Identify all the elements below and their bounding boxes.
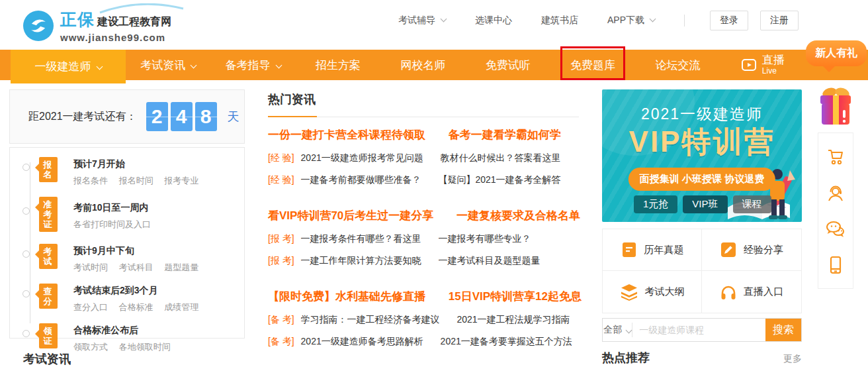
timeline-title[interactable]: 考试结束后2到3个月 bbox=[73, 284, 244, 297]
news-tag: [经 验] bbox=[268, 152, 294, 163]
countdown-unit: 天 bbox=[228, 109, 239, 125]
timeline-title[interactable]: 合格标准公布后 bbox=[73, 323, 244, 337]
timeline-link[interactable]: 报名条件 bbox=[73, 176, 108, 185]
news-tag: [经 验] bbox=[268, 174, 294, 185]
timeline-dot bbox=[22, 290, 30, 297]
cart-icon[interactable] bbox=[826, 148, 845, 166]
news-headline-link[interactable]: 15日VIP特训营享12起免息 bbox=[449, 290, 582, 303]
topnav-course-center[interactable]: 选课中心 bbox=[475, 15, 512, 26]
timeline-step-registration: 报名 预计7月开始 报名条件 报名时间 报考专业 bbox=[10, 157, 244, 187]
news-link[interactable]: 【疑问】2021一建备考全解答 bbox=[438, 174, 560, 185]
news-link[interactable]: 2021一级建造师报考常见问题 bbox=[301, 152, 423, 163]
timeline-link[interactable]: 考试科目 bbox=[119, 262, 153, 272]
layers-icon bbox=[620, 284, 638, 301]
news-link[interactable]: 2021一级建造师备考思路解析 bbox=[301, 336, 423, 346]
main-navbar: 一级建造师 考试资讯 备考指导 招生方案 网校名师 免费试听 免费题库 论坛交流 bbox=[0, 50, 868, 80]
chevron-down-icon bbox=[275, 62, 282, 68]
topnav-app-download[interactable]: APP下载 bbox=[607, 15, 655, 26]
nav-item-live[interactable]: 直播 Live bbox=[720, 50, 805, 80]
vip-training-camp-banner[interactable]: 2021一级建造师 VIP特训营 面授集训 小班授课 协议退费 1元抢 VIP班… bbox=[602, 89, 802, 222]
news-group: 看VIP特训营70后考生过一建分享 一建复核要求及合格名单 [报 考] 一建报考… bbox=[268, 208, 579, 267]
chevron-down-icon bbox=[441, 16, 447, 23]
timeline-title[interactable]: 预计9月中下旬 bbox=[73, 244, 244, 257]
nav-item-enrollment-plan[interactable]: 招生方案 bbox=[296, 50, 380, 80]
nav-item-forum[interactable]: 论坛交流 bbox=[635, 50, 720, 80]
news-link[interactable]: 一建工作年限计算方法要知晓 bbox=[301, 255, 421, 266]
timeline-link[interactable]: 合格标准 bbox=[119, 302, 153, 312]
timeline-link[interactable]: 查分入口 bbox=[73, 302, 108, 312]
quicklink-exam-syllabus[interactable]: 考试大纲 bbox=[603, 271, 702, 313]
exam-news-section-title: 考试资讯 bbox=[23, 351, 71, 367]
customer-service-icon[interactable] bbox=[826, 184, 845, 203]
news-group: 【限时免费】水利基础先修直播 15日VIP特训营享12起免息 [备 考] 学习指… bbox=[268, 289, 579, 348]
mobile-icon[interactable] bbox=[827, 256, 844, 274]
nav-item-free-trial[interactable]: 免费试听 bbox=[466, 50, 550, 80]
newbie-gift-badge[interactable]: 新人有礼 bbox=[806, 40, 867, 66]
more-link[interactable]: 更多 bbox=[783, 353, 802, 365]
gift-icon[interactable] bbox=[818, 85, 853, 126]
news-headline-link[interactable]: 备考一建看学霸如何学 bbox=[449, 129, 561, 141]
timeline-link[interactable]: 各地领取时间 bbox=[119, 342, 171, 352]
timeline-badge: 准考证 bbox=[39, 197, 58, 232]
timeline-badge: 报名 bbox=[39, 157, 58, 182]
logo-swoosh-icon bbox=[23, 11, 54, 41]
floating-toolbar bbox=[818, 132, 853, 289]
banner-pill: 面授集训 小班授课 协议退费 bbox=[629, 168, 775, 191]
nav-item-free-question-bank[interactable]: 免费题库 bbox=[550, 50, 635, 80]
timeline-link[interactable]: 领取方式 bbox=[73, 342, 108, 352]
news-link[interactable]: 2021一建备考要掌握这五个方法 bbox=[441, 336, 572, 346]
nav-item-first-level-builder[interactable]: 一级建造师 bbox=[11, 50, 126, 83]
topnav-exam-coaching[interactable]: 考试辅导 bbox=[398, 15, 446, 26]
timeline-title[interactable]: 预计7月开始 bbox=[73, 157, 244, 170]
countdown-digits: 2 4 8 bbox=[146, 102, 220, 131]
news-headline-link[interactable]: 【限时免费】水利基础先修直播 bbox=[268, 290, 425, 303]
hot-news-title: 热门资讯 bbox=[268, 91, 579, 107]
news-headline-link[interactable]: 一份一建打卡营全科课程待领取 bbox=[268, 129, 425, 141]
timeline-link[interactable]: 报名时间 bbox=[119, 176, 153, 185]
news-headline-link[interactable]: 一建复核要求及合格名单 bbox=[456, 209, 580, 222]
timeline-link[interactable]: 题型题量 bbox=[164, 262, 198, 272]
timeline-dot bbox=[22, 250, 30, 258]
logo-brand-suffix: 建设工程教育网 bbox=[97, 15, 171, 29]
news-link[interactable]: 一建报考有哪些专业？ bbox=[438, 233, 531, 244]
news-link[interactable]: 教材什么时候出？答案看这里 bbox=[441, 152, 561, 163]
live-tv-icon bbox=[741, 58, 757, 72]
quicklink-past-papers[interactable]: 历年真题 bbox=[603, 229, 702, 271]
logo-arc bbox=[99, 3, 185, 14]
nav-item-prep-guide[interactable]: 备考指导 bbox=[210, 50, 295, 80]
topnav-bookstore[interactable]: 建筑书店 bbox=[541, 15, 578, 26]
register-button[interactable]: 注册 bbox=[760, 11, 799, 30]
banner-button-courses[interactable]: 课程 bbox=[733, 195, 771, 213]
timeline-link[interactable]: 各省打印时间及入口 bbox=[73, 219, 151, 229]
timeline-title[interactable]: 考前10日至一周内 bbox=[73, 197, 244, 214]
quicklink-live-entrance[interactable]: 直播入口 bbox=[702, 271, 801, 313]
search-category-dropdown[interactable]: 全部 bbox=[603, 319, 632, 341]
news-link[interactable]: 学习指南：一建工程经济备考建议 bbox=[301, 314, 440, 325]
login-button[interactable]: 登录 bbox=[710, 11, 748, 30]
wechat-icon[interactable] bbox=[826, 221, 846, 238]
site-logo[interactable]: 正保 建设工程教育网 www.jianshe99.com bbox=[23, 9, 171, 43]
news-link[interactable]: 2021一建工程法规学习指南 bbox=[456, 314, 570, 325]
timeline-link[interactable]: 报考专业 bbox=[164, 176, 198, 185]
hot-recommend-title: 热点推荐 bbox=[602, 350, 650, 366]
news-link[interactable]: 一建考试科目及题型题量 bbox=[438, 255, 540, 266]
search-input[interactable] bbox=[632, 319, 765, 341]
banner-button-vip-class[interactable]: VIP班 bbox=[683, 195, 727, 213]
exam-timeline: 报名 预计7月开始 报名条件 报名时间 报考专业 准考证 考前10日至一周内 各… bbox=[9, 147, 245, 339]
nav-item-famous-teachers[interactable]: 网校名师 bbox=[380, 50, 465, 80]
timeline-link[interactable]: 考试时间 bbox=[73, 262, 108, 272]
news-link[interactable]: 一建报考条件有哪些？看这里 bbox=[301, 233, 421, 244]
news-headline-link[interactable]: 看VIP特训营70后考生过一建分享 bbox=[268, 209, 433, 222]
timeline-dot bbox=[22, 164, 30, 171]
timeline-step-admission-ticket: 准考证 考前10日至一周内 各省打印时间及入口 bbox=[10, 197, 244, 234]
chevron-down-icon bbox=[626, 327, 632, 333]
search-button[interactable]: 搜索 bbox=[765, 319, 801, 341]
timeline-dot bbox=[22, 207, 30, 215]
banner-button-one-yuan[interactable]: 1元抢 bbox=[634, 195, 677, 213]
nav-item-exam-news[interactable]: 考试资讯 bbox=[126, 50, 210, 80]
divider bbox=[684, 15, 685, 26]
news-link[interactable]: 一建备考前都要做哪些准备？ bbox=[301, 174, 421, 185]
timeline-step-score-check: 查分 考试结束后2到3个月 查分入口 合格标准 成绩管理 bbox=[10, 284, 244, 313]
timeline-link[interactable]: 成绩管理 bbox=[164, 302, 198, 312]
quicklink-experience-sharing[interactable]: 经验分享 bbox=[702, 229, 801, 271]
